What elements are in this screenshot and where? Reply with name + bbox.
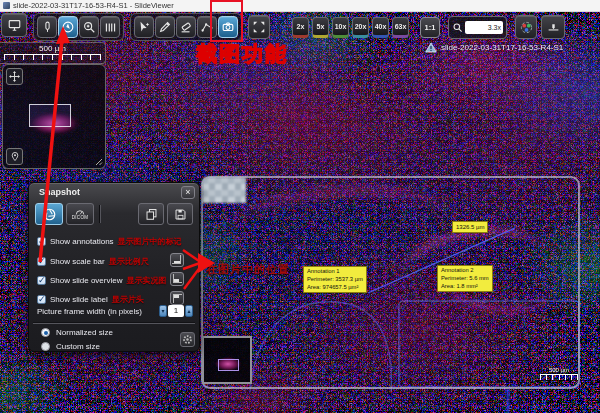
- zoom-63x-button[interactable]: 63x: [392, 17, 409, 38]
- corner-position-icon: [174, 279, 179, 282]
- close-button[interactable]: ×: [181, 186, 195, 199]
- settings-gear-button[interactable]: [180, 332, 195, 347]
- save-floppy-icon: [174, 208, 187, 221]
- frame-width-decrease-button[interactable]: ▾: [159, 305, 167, 317]
- slide-overview-panel[interactable]: [2, 64, 106, 169]
- show-slide-overview-checkbox[interactable]: [37, 276, 46, 285]
- zoom-20x-button[interactable]: 20x: [352, 17, 369, 38]
- monitor-button[interactable]: [1, 13, 27, 37]
- radio-label: Normalized size: [56, 328, 113, 337]
- snapshot-slide-overview: [202, 336, 252, 384]
- pencil-icon: [158, 20, 172, 34]
- tissue-streak: [507, 388, 509, 413]
- eraser-button[interactable]: [176, 16, 196, 38]
- save-snapshot-button[interactable]: [167, 203, 193, 225]
- scale-bar-position-button[interactable]: [170, 253, 184, 267]
- snapshot-frame: [201, 176, 580, 389]
- zoom-search-button[interactable]: [79, 16, 99, 38]
- snapshot-toolbar: DICOM: [35, 202, 193, 226]
- zoom-10x-button[interactable]: 10x: [332, 17, 349, 38]
- show-slide-label-row: Show slide label 显示片头: [37, 293, 144, 305]
- take-snapshot-button[interactable]: [35, 203, 63, 225]
- zoom-value-input[interactable]: 3.3x: [465, 21, 503, 34]
- zoom-level-label: 40x: [375, 23, 387, 30]
- show-slide-overview-row: Show slide overview 显示实况图: [37, 274, 166, 286]
- levels-adjust-icon: [546, 21, 561, 34]
- measurement-label[interactable]: 1326.5 µm: [452, 221, 488, 233]
- dicom-export-button[interactable]: DICOM: [66, 203, 94, 225]
- main-toolbar: 2x 5x 10x 20x 40x 63x 1:1 3.3x: [33, 13, 565, 41]
- pin-overview-button[interactable]: [6, 148, 23, 165]
- select-cursor-button[interactable]: [134, 16, 154, 38]
- channels-rgb-icon: [519, 20, 534, 35]
- zoom-5x-button[interactable]: 5x: [312, 17, 329, 38]
- zoom-2x-button[interactable]: 2x: [292, 17, 309, 38]
- eraser-icon: [179, 20, 193, 34]
- app-icon: [3, 2, 10, 9]
- slide-name-overlay: slide-2022-03-31T17-16-53-R4-S1: [425, 42, 563, 53]
- snapshot-dialog: Snapshot × DICOM: [28, 182, 200, 352]
- show-scale-bar-checkbox[interactable]: [37, 257, 46, 266]
- snapshot-camera-button[interactable]: [218, 16, 238, 38]
- dicom-label: DICOM: [72, 215, 89, 220]
- scale-bar-ticks: [4, 54, 101, 60]
- checkbox-label: Show slide label: [50, 295, 108, 304]
- tutorial-note: 显示图片中的标记: [118, 236, 182, 247]
- annotation-2-label[interactable]: Annotation 2 Perimeter: 5.6 mm Area: 1.8…: [437, 265, 493, 292]
- checkbox-label: Show slide overview: [50, 276, 122, 285]
- show-annotations-checkbox[interactable]: [37, 237, 46, 246]
- measure-button[interactable]: [197, 16, 217, 38]
- checkbox-label: Show annotations: [50, 237, 114, 246]
- slide-overview-position-button[interactable]: [170, 272, 184, 286]
- move-icon: [9, 71, 20, 82]
- fullscreen-icon: [252, 20, 266, 34]
- draw-pencil-button[interactable]: [155, 16, 175, 38]
- tutorial-note: 显示片头: [112, 294, 144, 305]
- levels-button[interactable]: [541, 15, 565, 39]
- copy-to-clipboard-button[interactable]: [138, 203, 164, 225]
- scale-bar-value: 500 µm: [540, 367, 578, 373]
- corner-position-icon: [174, 295, 179, 298]
- normalized-size-radio[interactable]: [41, 328, 50, 337]
- magnifier-icon: [452, 22, 463, 33]
- blurred-slide-label: [202, 177, 246, 203]
- scale-bar-ticks: [540, 374, 578, 380]
- viewer-scale-bar: 500 µm: [0, 42, 106, 64]
- normalized-size-row: Normalized size: [41, 328, 113, 337]
- measure-icon: [200, 20, 214, 34]
- close-icon: ×: [185, 188, 190, 197]
- frame-width-increase-button[interactable]: ▴: [185, 305, 193, 317]
- channels-button[interactable]: [515, 15, 537, 39]
- gear-icon: [182, 334, 193, 345]
- annotation-area: Area: 1.8 mm²: [441, 283, 489, 291]
- shutter-icon: [42, 207, 57, 222]
- slide-tool-button[interactable]: [37, 16, 57, 38]
- annotation-title: Annotation 2: [441, 267, 489, 275]
- frame-width-input[interactable]: 1: [168, 305, 184, 317]
- slide-name-text: slide-2022-03-31T17-16-53-R4-S1: [441, 43, 563, 52]
- tutorial-note-position: 在图片中的位置: [206, 262, 290, 277]
- zoom-40x-button[interactable]: 40x: [372, 17, 389, 38]
- zoom-level-label: 10x: [335, 23, 347, 30]
- overview-view-rectangle[interactable]: [29, 104, 71, 127]
- custom-size-radio[interactable]: [41, 342, 50, 351]
- annotation-tool-group: [130, 13, 242, 41]
- checkbox-label: Show scale bar: [50, 257, 105, 266]
- compass-tool-button[interactable]: [58, 16, 78, 38]
- annotation-1-label[interactable]: Annotation 1 Perimeter: 3537.3 µm Area: …: [303, 266, 367, 293]
- slide-canvas[interactable]: 500 µm 1326.5 µm Annotation 1 Perimeter:…: [0, 12, 600, 413]
- magnifier-icon: [82, 20, 96, 34]
- fullscreen-button[interactable]: [248, 15, 270, 39]
- measurement-value: 1326.5 µm: [456, 224, 484, 230]
- move-overview-button[interactable]: [6, 68, 23, 85]
- zoom-level-label: 5x: [317, 23, 325, 30]
- dialog-title: Snapshot: [39, 187, 80, 197]
- resize-handle[interactable]: [95, 158, 103, 166]
- show-slide-label-checkbox[interactable]: [37, 295, 46, 304]
- zoom-value-control: 3.3x: [448, 16, 507, 39]
- tutorial-note-screenshot: 截图功能: [196, 40, 288, 68]
- barcode-button[interactable]: [100, 16, 120, 38]
- slide-label-position-button[interactable]: [170, 291, 184, 305]
- annotation-area: Area: 974657.5 µm²: [307, 284, 363, 292]
- zoom-1to1-button[interactable]: 1:1: [420, 17, 440, 38]
